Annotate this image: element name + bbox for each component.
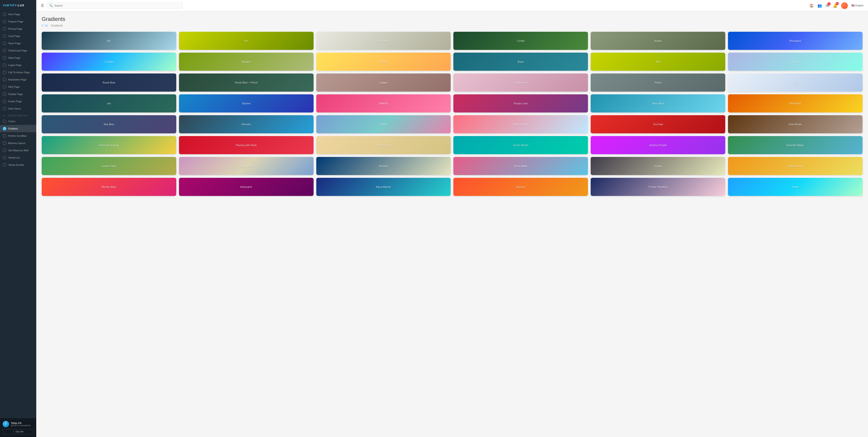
- star-button[interactable]: ☆ Star-Me: [3, 429, 34, 434]
- sidebar-item[interactable]: Footer Page: [0, 98, 36, 105]
- gradient-card[interactable]: Sea Blue: [42, 115, 176, 133]
- sidebar-item[interactable]: Pricing Page: [0, 25, 36, 32]
- gradient-card[interactable]: Nimvelo: [179, 115, 314, 133]
- sidebar-item[interactable]: Feature Page: [0, 18, 36, 25]
- gradient-card[interactable]: Harmonic Energy: [42, 136, 176, 154]
- gradient-card[interactable]: Ver Black: [316, 32, 451, 50]
- menu-icon[interactable]: ☰: [41, 3, 44, 8]
- gradient-card[interactable]: Horizon: [316, 157, 451, 175]
- dot-icon: [3, 34, 6, 38]
- gradient-card[interactable]: Stripe: [728, 178, 863, 196]
- sidebar-theme-item[interactable]: Virtual Scroller: [0, 161, 36, 169]
- sidebar-item[interactable]: Call To Action Page: [0, 69, 36, 76]
- sidebar-item[interactable]: Hero Page: [0, 11, 36, 18]
- dot-icon: [3, 49, 6, 52]
- sidebar-theme-item[interactable]: Gradient: [0, 125, 36, 132]
- gradient-card[interactable]: Noon to Dusk: [453, 115, 588, 133]
- gradient-card[interactable]: Mango: [316, 53, 451, 71]
- gradient-card[interactable]: Hazel: [316, 115, 451, 133]
- sidebar-item[interactable]: Team Page: [0, 40, 36, 47]
- shop-badge: 2: [828, 2, 831, 5]
- gradient-card[interactable]: Blu: [42, 32, 176, 50]
- gradient-card[interactable]: Bloody Mary: [42, 178, 176, 196]
- gradient-card[interactable]: Anamnisar: [453, 74, 588, 92]
- gradient-card[interactable]: Anwar: [591, 32, 725, 50]
- gradient-card[interactable]: Reaqua: [179, 53, 314, 71]
- notifications-icon[interactable]: 🔔 37: [833, 3, 837, 8]
- user-avatar[interactable]: [841, 2, 848, 9]
- gradient-card[interactable]: Frozen: [591, 157, 725, 175]
- gradient-card[interactable]: Bluelagoo: [728, 32, 863, 50]
- gradient-grid: BluVerVer BlackCombiAnwarBluelagooLunada…: [42, 32, 863, 196]
- gradient-card[interactable]: Purple Love: [453, 94, 588, 113]
- home-icon[interactable]: 🏠: [809, 3, 814, 8]
- users-icon[interactable]: 👥: [817, 3, 822, 8]
- sidebar-item[interactable]: Dark Demo: [0, 105, 36, 112]
- gradient-card[interactable]: Sky: [728, 74, 863, 92]
- sidebar-item-label: Testimonial Page: [8, 49, 27, 52]
- sidebar-theme-label: Virtual List: [8, 156, 20, 159]
- gradient-card[interactable]: Royal Blue: [42, 74, 176, 92]
- content-area: Gradients V UI / Gradients BluVerVer Bla…: [36, 11, 868, 437]
- sidebar-item[interactable]: Card Page: [0, 32, 36, 40]
- gradient-card[interactable]: Royal Blue + Petrol: [179, 74, 314, 92]
- gradient-card[interactable]: Petrol: [591, 74, 725, 92]
- gradient-card[interactable]: Rea: [591, 53, 725, 71]
- gradient-card[interactable]: Green Beach: [453, 136, 588, 154]
- main-area: ☰ 🔍 🏠 👥 🛍 2 🔔 37 🇺🇸 English Gradients V …: [36, 0, 868, 437]
- gradient-card[interactable]: Copper: [316, 74, 451, 92]
- gradient-card[interactable]: Mango Pulp: [728, 157, 863, 175]
- sidebar-theme-item[interactable]: Colors: [0, 118, 36, 125]
- gradient-card[interactable]: Cool Brown: [728, 115, 863, 133]
- sidebar-item[interactable]: FAQ Page: [0, 83, 36, 90]
- sidebar-theme-item[interactable]: Masonry layout: [0, 140, 36, 147]
- gradient-card[interactable]: Aqua Marine: [316, 178, 451, 196]
- gradient-card[interactable]: Rose Water: [453, 157, 588, 175]
- gradient-card[interactable]: Monte Carlo: [179, 157, 314, 175]
- gradient-card[interactable]: Intuitive Purple: [591, 136, 725, 154]
- sidebar-navigation: Hero PageFeature PagePricing PageCard Pa…: [0, 11, 36, 112]
- sidebar-theme-navigation: ColorsGradientPerfect ScrollbarMasonry l…: [0, 118, 36, 169]
- header: ☰ 🔍 🏠 👥 🛍 2 🔔 37 🇺🇸 English: [36, 0, 868, 11]
- gradient-card[interactable]: Sunny Days: [316, 136, 451, 154]
- breadcrumb-parent[interactable]: UI: [45, 24, 48, 27]
- gradient-card[interactable]: Sel: [42, 94, 176, 113]
- dot-icon: [3, 92, 6, 96]
- dot-icon: [3, 70, 6, 74]
- gradient-card[interactable]: Sunrise: [453, 178, 588, 196]
- gradient-card[interactable]: Aubergine: [179, 178, 314, 196]
- gradient-card[interactable]: Sexy Blue: [591, 94, 725, 113]
- gradient-card[interactable]: Emerald Water: [728, 136, 863, 154]
- gradient-card[interactable]: Combi: [453, 32, 588, 50]
- search-bar[interactable]: 🔍: [47, 3, 183, 8]
- sidebar-item-label: Newsletter Page: [8, 78, 27, 81]
- gradient-card[interactable]: DIMIGO: [316, 94, 451, 113]
- gradient-card[interactable]: Ver: [179, 32, 314, 50]
- gradient-card[interactable]: Blooker20: [728, 94, 863, 113]
- page-title: Gradients: [42, 16, 863, 22]
- gradient-card[interactable]: Playing with Reds: [179, 136, 314, 154]
- sidebar-item[interactable]: Logos Page: [0, 61, 36, 69]
- gradient-card[interactable]: Skyline: [179, 94, 314, 113]
- gradient-card[interactable]: Bupe: [453, 53, 588, 71]
- sidebar-theme-item[interactable]: Perfect Scrollbar: [0, 132, 36, 140]
- sidebar-item[interactable]: Stats Page: [0, 54, 36, 61]
- sidebar-item[interactable]: Toolbar Page: [0, 90, 36, 98]
- dot-icon: [3, 163, 6, 167]
- gradient-card[interactable]: YouTube: [591, 115, 725, 133]
- sidebar-theme-item[interactable]: Virtual List: [0, 154, 36, 161]
- gradient-card[interactable]: Lunada: [42, 53, 176, 71]
- gradient-card[interactable]: Windy: [728, 53, 863, 71]
- gradient-card[interactable]: Lemon Twist: [42, 157, 176, 175]
- sidebar-theme-item[interactable]: Vue-Masonry-Wall: [0, 147, 36, 154]
- language-selector[interactable]: 🇺🇸 English: [851, 4, 864, 7]
- search-input[interactable]: [54, 4, 180, 7]
- user-row: Y Yang J.K. github.com/yangjiakai: [3, 421, 34, 427]
- dot-icon: [3, 134, 6, 138]
- shop-icon[interactable]: 🛍 2: [826, 4, 829, 8]
- sidebar-item[interactable]: Newsletter Page: [0, 76, 36, 83]
- dot-icon: [3, 41, 6, 45]
- sidebar-item-label: FAQ Page: [8, 86, 20, 88]
- gradient-card[interactable]: Purple Paradise: [591, 178, 725, 196]
- sidebar-item[interactable]: Testimonial Page: [0, 47, 36, 54]
